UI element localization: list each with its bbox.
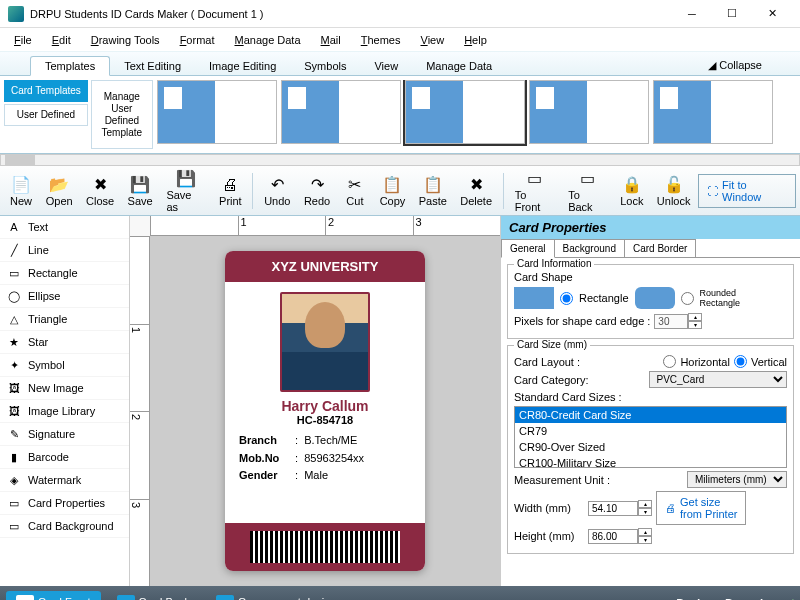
toolbar-save-as[interactable]: 💾Save as <box>160 167 211 215</box>
tool-triangle[interactable]: △Triangle <box>0 308 129 331</box>
tool-image-library[interactable]: 🖼Image Library <box>0 400 129 423</box>
minimize-button[interactable]: ─ <box>672 2 712 26</box>
card-id: HC-854718 <box>225 414 425 426</box>
maximize-button[interactable]: ☐ <box>712 2 752 26</box>
tool-text[interactable]: AText <box>0 216 129 239</box>
ribbon-content: Card Templates User Defined Manage User … <box>0 76 800 154</box>
size-option[interactable]: CR90-Over Sized <box>515 439 786 455</box>
card-front-button[interactable]: Card Front <box>6 591 101 600</box>
template-scrollbar[interactable] <box>0 154 800 166</box>
toolbar-close[interactable]: ✖Close <box>80 173 120 209</box>
spinner-down[interactable]: ▾ <box>688 321 702 329</box>
properties-title: Card Properties <box>501 216 800 239</box>
layout-horizontal-radio[interactable] <box>663 355 676 368</box>
standard-sizes-list[interactable]: CR80-Credit Card SizeCR79CR90-Over Sized… <box>514 406 787 468</box>
template-thumbnail[interactable] <box>405 80 525 144</box>
fit-to-window-button[interactable]: ⛶ Fit to Window <box>698 174 796 208</box>
toolbar-lock[interactable]: 🔒Lock <box>614 173 649 209</box>
ruler-horizontal: 123 <box>150 216 500 236</box>
tool-watermark[interactable]: ◈Watermark <box>0 469 129 492</box>
user-defined-button[interactable]: User Defined <box>4 104 88 126</box>
card-fields: Branch: B.Tech/MEMob.No: 85963254xxGende… <box>225 432 425 485</box>
size-option[interactable]: CR79 <box>515 423 786 439</box>
card-photo <box>280 292 370 392</box>
manage-template-button[interactable]: Manage User Defined Template <box>91 80 153 149</box>
tool-card-background[interactable]: ▭Card Background <box>0 515 129 538</box>
height-spinner[interactable]: ▴▾ <box>588 528 652 544</box>
template-thumbnail[interactable] <box>653 80 773 144</box>
ribbon-tab-text-editing[interactable]: Text Editing <box>110 57 195 75</box>
tool-ellipse[interactable]: ◯Ellipse <box>0 285 129 308</box>
template-thumbnail[interactable] <box>157 80 277 144</box>
measurement-unit-select[interactable]: Milimeters (mm) <box>687 471 787 488</box>
toolbar-undo[interactable]: ↶Undo <box>258 173 296 209</box>
menu-help[interactable]: Help <box>456 32 495 48</box>
toolbar-open[interactable]: 📂Open <box>40 173 78 209</box>
card-templates-button[interactable]: Card Templates <box>4 80 88 102</box>
tool-star[interactable]: ★Star <box>0 331 129 354</box>
menu-drawing-tools[interactable]: Drawing Tools <box>83 32 168 48</box>
shape-rect-preview <box>514 287 554 309</box>
tool-card-properties[interactable]: ▭Card Properties <box>0 492 129 515</box>
toolbar-to-back[interactable]: ▭To Back <box>562 167 612 215</box>
toolbar-new[interactable]: 📄New <box>4 173 38 209</box>
toolbar-to-front[interactable]: ▭To Front <box>509 167 561 215</box>
tool-symbol[interactable]: ✦Symbol <box>0 354 129 377</box>
tool-new-image[interactable]: 🖼New Image <box>0 377 129 400</box>
shape-rectangle-radio[interactable] <box>560 292 573 305</box>
toolbar-unlock[interactable]: 🔓Unlock <box>651 173 696 209</box>
toolbar-delete[interactable]: ✖Delete <box>455 173 498 209</box>
titlebar: DRPU Students ID Cards Maker ( Document … <box>0 0 800 28</box>
menu-format[interactable]: Format <box>172 32 223 48</box>
window-title: DRPU Students ID Cards Maker ( Document … <box>30 8 672 20</box>
brand-logo: BusinessBarcodes.net <box>675 593 794 600</box>
tool-signature[interactable]: ✎Signature <box>0 423 129 446</box>
menu-mail[interactable]: Mail <box>313 32 349 48</box>
tool-line[interactable]: ╱Line <box>0 239 129 262</box>
bottom-bar: Card Front Card Back Copy current design… <box>0 586 800 600</box>
card-category-select[interactable]: PVC_Card <box>649 371 788 388</box>
menubar: FileEditDrawing ToolsFormatManage DataMa… <box>0 28 800 52</box>
ribbon-tab-manage-data[interactable]: Manage Data <box>412 57 506 75</box>
get-size-from-printer-button[interactable]: 🖨 Get size from Printer <box>656 491 746 525</box>
ribbon-tab-image-editing[interactable]: Image Editing <box>195 57 290 75</box>
canvas[interactable]: XYZ UNIVERSITY Harry Callum HC-854718 Br… <box>150 236 500 586</box>
tool-barcode[interactable]: ▮Barcode <box>0 446 129 469</box>
ribbon-tab-symbols[interactable]: Symbols <box>290 57 360 75</box>
height-input[interactable] <box>588 529 638 544</box>
spinner-up[interactable]: ▴ <box>688 313 702 321</box>
toolbar-print[interactable]: 🖨Print <box>213 173 247 209</box>
toolbar-copy[interactable]: 📋Copy <box>374 173 411 209</box>
toolbar-save[interactable]: 💾Save <box>122 173 159 209</box>
ribbon-tab-templates[interactable]: Templates <box>30 56 110 76</box>
props-tab-card-border[interactable]: Card Border <box>624 239 696 257</box>
props-tab-general[interactable]: General <box>501 239 555 258</box>
menu-manage-data[interactable]: Manage Data <box>226 32 308 48</box>
menu-view[interactable]: View <box>413 32 453 48</box>
menu-themes[interactable]: Themes <box>353 32 409 48</box>
menu-file[interactable]: File <box>6 32 40 48</box>
toolbar-paste[interactable]: 📋Paste <box>413 173 453 209</box>
width-spinner[interactable]: ▴▾ <box>588 500 652 516</box>
canvas-area: 123 123 XYZ UNIVERSITY Harry Callum HC-8… <box>130 216 500 586</box>
collapse-button[interactable]: ◢ Collapse <box>700 56 770 75</box>
card-back-button[interactable]: Card Back <box>107 591 200 600</box>
tool-rectangle[interactable]: ▭Rectangle <box>0 262 129 285</box>
shape-rounded-radio[interactable] <box>681 292 694 305</box>
toolbar-cut[interactable]: ✂Cut <box>338 173 372 209</box>
props-tab-background[interactable]: Background <box>554 239 625 257</box>
close-button[interactable]: ✕ <box>752 2 792 26</box>
template-thumbnail[interactable] <box>529 80 649 144</box>
template-thumbnail[interactable] <box>281 80 401 144</box>
width-input[interactable] <box>588 501 638 516</box>
size-option[interactable]: CR100-Military Size <box>515 455 786 468</box>
ribbon-tab-view[interactable]: View <box>360 57 412 75</box>
layout-vertical-radio[interactable] <box>734 355 747 368</box>
copy-design-button[interactable]: Copy current design <box>206 591 346 600</box>
edge-pixels-spinner[interactable]: ▴▾ <box>654 313 702 329</box>
edge-pixels-input <box>654 314 688 329</box>
size-option[interactable]: CR80-Credit Card Size <box>515 407 786 423</box>
toolbar-redo[interactable]: ↷Redo <box>298 173 336 209</box>
menu-edit[interactable]: Edit <box>44 32 79 48</box>
id-card[interactable]: XYZ UNIVERSITY Harry Callum HC-854718 Br… <box>225 251 425 571</box>
